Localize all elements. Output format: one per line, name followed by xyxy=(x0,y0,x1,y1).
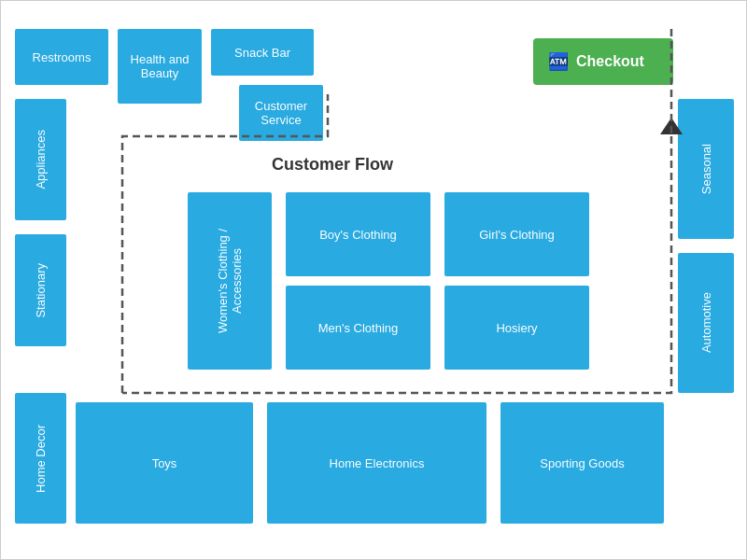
dept-snack-bar: Snack Bar xyxy=(211,29,314,76)
customer-flow-label: Customer Flow xyxy=(272,155,393,175)
checkout-arrow xyxy=(660,118,683,134)
store-map: Restrooms Health and Beauty Snack Bar Cu… xyxy=(0,0,747,560)
dept-appliances: Appliances xyxy=(15,99,66,220)
dept-restrooms: Restrooms xyxy=(15,29,108,85)
dept-mens-clothing: Men's Clothing xyxy=(286,286,430,370)
checkout-button[interactable]: 🏧 Checkout xyxy=(533,38,673,85)
dept-health-beauty: Health and Beauty xyxy=(118,29,202,104)
dept-stationary: Stationary xyxy=(15,234,66,346)
dept-sporting-goods: Sporting Goods xyxy=(500,402,664,524)
dept-toys: Toys xyxy=(76,402,253,524)
dept-seasonal: Seasonal xyxy=(678,99,734,239)
dept-home-electronics: Home Electronics xyxy=(267,402,486,524)
dept-womens-clothing: Women's Clothing / Accessories xyxy=(188,192,272,370)
dept-girls-clothing: Girl's Clothing xyxy=(444,192,589,276)
dept-boys-clothing: Boy's Clothing xyxy=(286,192,430,276)
dept-customer-service: Customer Service xyxy=(239,85,323,141)
dept-automotive: Automotive xyxy=(678,253,734,393)
dept-home-decor: Home Decor xyxy=(15,393,66,524)
dept-hosiery: Hosiery xyxy=(444,286,589,370)
checkout-icon: 🏧 xyxy=(548,51,569,72)
